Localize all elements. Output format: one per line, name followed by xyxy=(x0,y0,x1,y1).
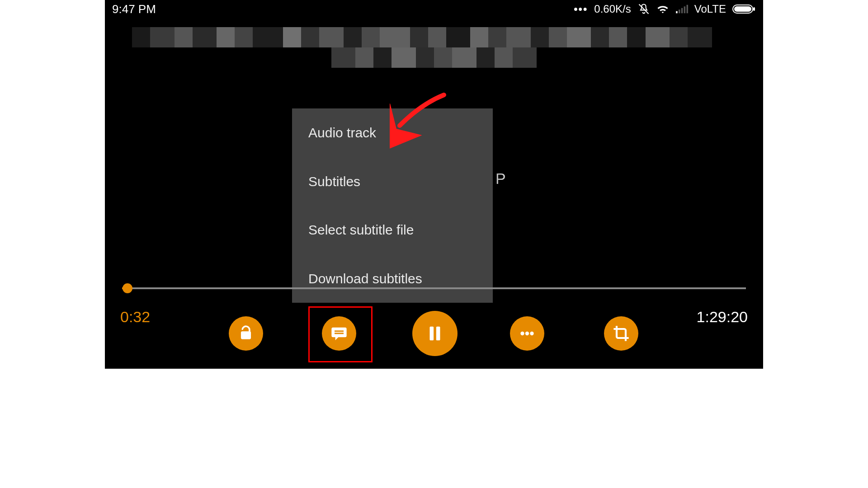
svg-rect-10 xyxy=(335,330,344,332)
signal-icon xyxy=(675,4,688,14)
svg-point-14 xyxy=(520,332,524,335)
status-bar: 9:47 PM ••• 0.60K/s xyxy=(105,0,763,18)
more-options-button[interactable] xyxy=(510,316,544,351)
svg-rect-4 xyxy=(684,6,685,13)
unlock-icon xyxy=(237,325,255,342)
lock-button[interactable] xyxy=(229,316,263,351)
menu-item-subtitles[interactable]: Subtitles xyxy=(292,157,493,206)
crop-icon xyxy=(612,324,630,343)
crop-button[interactable] xyxy=(604,316,638,351)
subtitle-icon xyxy=(330,324,348,343)
network-speed: 0.60K/s xyxy=(594,3,631,15)
status-right: ••• 0.60K/s xyxy=(574,3,756,15)
subtitle-audio-menu: Audio track Subtitles Select subtitle fi… xyxy=(292,108,493,303)
svg-rect-1 xyxy=(676,11,678,14)
time-duration: 1:29:20 xyxy=(697,308,748,326)
more-icon: ••• xyxy=(574,3,588,15)
seek-thumb[interactable] xyxy=(123,283,132,293)
battery-icon xyxy=(732,4,756,14)
svg-line-0 xyxy=(639,5,648,14)
wifi-icon xyxy=(656,4,669,14)
svg-rect-12 xyxy=(430,327,434,341)
more-horizontal-icon xyxy=(518,324,537,343)
svg-rect-11 xyxy=(335,333,344,334)
menu-item-download-subtitles[interactable]: Download subtitles xyxy=(292,254,493,303)
time-current: 0:32 xyxy=(120,308,150,326)
svg-rect-13 xyxy=(436,327,440,341)
status-clock: 9:47 PM xyxy=(112,2,156,16)
svg-rect-9 xyxy=(241,331,251,339)
svg-rect-3 xyxy=(681,8,683,14)
ringer-mute-icon xyxy=(637,3,650,15)
svg-point-15 xyxy=(525,332,529,335)
svg-point-16 xyxy=(530,332,533,335)
menu-item-audio-track[interactable]: Audio track xyxy=(292,108,493,157)
svg-rect-2 xyxy=(679,9,680,13)
subtitles-button[interactable] xyxy=(322,316,356,351)
pause-icon xyxy=(425,323,445,344)
video-player-screen: 9:47 PM ••• 0.60K/s xyxy=(105,0,763,369)
overlay-character: P xyxy=(495,170,506,188)
svg-rect-7 xyxy=(734,6,751,12)
censored-title xyxy=(132,27,736,70)
svg-rect-5 xyxy=(686,5,688,14)
network-label: VoLTE xyxy=(694,3,726,15)
seek-bar[interactable] xyxy=(122,287,746,289)
svg-rect-8 xyxy=(753,7,755,11)
pause-button[interactable] xyxy=(412,311,458,356)
menu-item-select-subtitle-file[interactable]: Select subtitle file xyxy=(292,206,493,254)
